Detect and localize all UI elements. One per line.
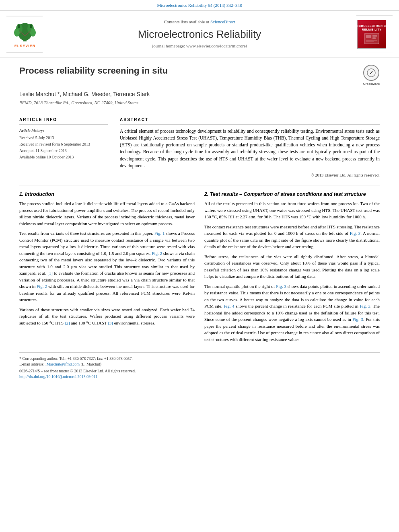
section1-para1: The process studied included a low-k die… xyxy=(19,200,195,227)
crossmark-badge: ✓ xyxy=(363,65,379,81)
fig2-ref-1[interactable]: Fig. 2 xyxy=(152,251,162,256)
elsevier-logo-area: ELSEVIER xyxy=(6,16,43,53)
science-direct-link[interactable]: ScienceDirect xyxy=(210,19,235,24)
accepted-date: Accepted 11 September 2013 xyxy=(19,148,108,154)
crossmark-label: CrossMark xyxy=(363,82,380,86)
section1-para2: Test results from variants of three test… xyxy=(19,230,195,303)
journal-logo-badge: MICROELECTRONICS RELIABILITY xyxy=(357,20,386,49)
fig1-ref[interactable]: Fig. 1 xyxy=(154,231,165,236)
fig3-ref-3[interactable]: Fig. 3 xyxy=(360,304,370,308)
ref2[interactable]: [2] xyxy=(65,320,70,325)
svg-rect-13 xyxy=(372,37,376,39)
abstract-panel: ABSTRACT A critical element of process t… xyxy=(120,117,380,179)
authors-line: Leslie Marchut *, Michael G. Meeder, Ter… xyxy=(19,90,380,99)
journal-reference: Microelectronics Reliability 54 (2014) 3… xyxy=(157,3,242,8)
received-date: Received 5 July 2013 xyxy=(19,135,108,141)
online-date: Available online 10 October 2013 xyxy=(19,154,108,160)
article-title-row: Process reliability screening in situ ✓ … xyxy=(19,65,380,86)
journal-title: Microelectronics Reliability xyxy=(43,27,356,41)
article-info-title: ARTICLE INFO xyxy=(19,117,108,125)
journal-center-info: Contents lists available at ScienceDirec… xyxy=(43,19,356,49)
footnote-email-line: E-mail address: lMarchut@rfmd.com (L. Ma… xyxy=(19,362,380,367)
svg-rect-11 xyxy=(366,35,371,38)
doi-line[interactable]: http://dx.doi.org/10.1016/j.microrel.201… xyxy=(19,374,380,380)
abstract-text: A critical element of process technology… xyxy=(120,128,380,170)
doi-link[interactable]: http://dx.doi.org/10.1016/j.microrel.201… xyxy=(19,374,97,379)
journal-homepage: journal homepage: www.elsevier.com/locat… xyxy=(43,43,356,49)
issn-line: 0026-2714/$ – see front matter © 2013 El… xyxy=(19,368,380,374)
author-email[interactable]: lMarchut@rfmd.com xyxy=(45,362,80,366)
footnote-star-note: * Corresponding author. Tel.: +1 336 678… xyxy=(19,356,380,362)
article-history-label: Article history: xyxy=(19,128,108,134)
fig3-ref-2[interactable]: Fig. 3 xyxy=(276,284,286,289)
svg-rect-6 xyxy=(18,25,20,28)
column-left: 1. Introduction The process studied incl… xyxy=(19,191,195,346)
revised-date: Received in revised form 6 September 201… xyxy=(19,142,108,147)
top-bar: Microelectronics Reliability 54 (2014) 3… xyxy=(0,0,399,10)
fig4-ref[interactable]: Fig. 4 xyxy=(224,304,234,308)
journal-header: ELSEVIER Contents lists available at Sci… xyxy=(0,10,399,58)
svg-point-5 xyxy=(30,29,36,37)
email-label: E-mail address: xyxy=(19,362,44,366)
section1-title: 1. Introduction xyxy=(19,191,195,198)
svg-point-4 xyxy=(14,29,20,37)
fig3-ref-1[interactable]: Fig. 3 xyxy=(350,231,361,236)
section2-para3: Before stress, the resistances of the vi… xyxy=(204,253,380,280)
section1-para3: Variants of these structures with smalle… xyxy=(19,306,195,327)
svg-rect-14 xyxy=(366,40,377,41)
section2-title: 2. Test results – Comparison of stress c… xyxy=(204,191,380,198)
section2-para2: The contact resistance test structures w… xyxy=(204,224,380,250)
section2-para1: All of the results presented in this sec… xyxy=(204,200,380,220)
svg-rect-12 xyxy=(372,35,377,37)
ref3[interactable]: [3] xyxy=(108,320,113,325)
science-direct-info: Contents lists available at ScienceDirec… xyxy=(43,19,356,25)
copyright-line: © 2013 Elsevier Ltd. All rights reserved… xyxy=(120,173,380,179)
svg-rect-10 xyxy=(364,33,379,44)
article-meta-row: ARTICLE INFO Article history: Received 5… xyxy=(19,112,380,179)
email-suffix: (L. Marchut). xyxy=(81,362,103,366)
ref1[interactable]: [1] xyxy=(47,271,53,275)
section2-para4: The normal quantile plot on the right of… xyxy=(204,283,380,343)
svg-rect-15 xyxy=(366,41,374,42)
crossmark-icon: ✓ xyxy=(367,68,376,77)
crossmark-area: ✓ CrossMark xyxy=(363,65,380,86)
elsevier-brand-label: ELSEVIER xyxy=(14,43,36,49)
svg-text:✓: ✓ xyxy=(369,70,373,76)
elsevier-tree-icon xyxy=(13,21,37,43)
right-logo-area: MICROELECTRONICS RELIABILITY xyxy=(356,15,393,53)
body-content: 1. Introduction The process studied incl… xyxy=(19,185,380,346)
column-right: 2. Test results – Comparison of stress c… xyxy=(204,191,380,346)
affiliation-line: RFMD, 7628 Thorndike Rd., Greensboro, NC… xyxy=(19,100,380,106)
fig3-ref-4[interactable]: Fig. 3 xyxy=(352,317,363,322)
footnote-area: * Corresponding author. Tel.: +1 336 678… xyxy=(19,352,380,380)
journal-logo-icon xyxy=(364,33,380,45)
svg-rect-7 xyxy=(30,25,32,28)
article-info-panel: ARTICLE INFO Article history: Received 5… xyxy=(19,117,108,179)
article-title-text: Process reliability screening in situ xyxy=(19,65,168,77)
main-content: Process reliability screening in situ ✓ … xyxy=(0,58,399,392)
fig2-ref-2[interactable]: Fig. 2 xyxy=(37,284,47,289)
abstract-title: ABSTRACT xyxy=(120,117,380,125)
